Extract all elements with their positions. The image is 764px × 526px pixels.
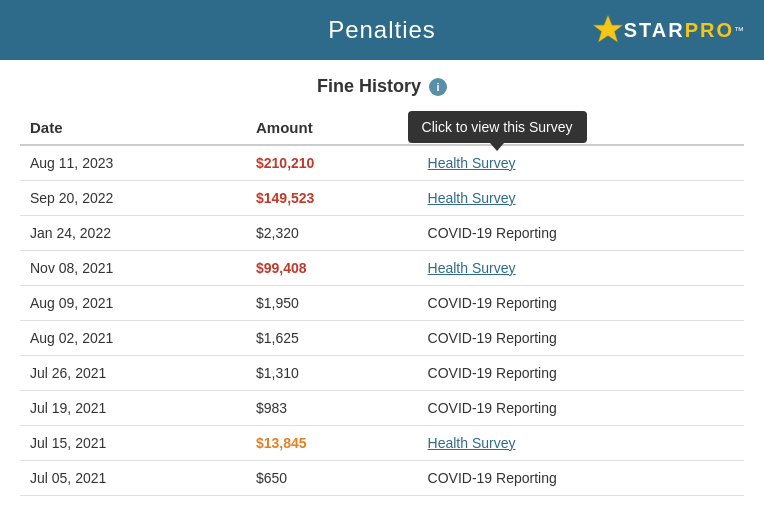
star-icon	[592, 14, 624, 46]
section-header: Fine History i	[20, 76, 744, 97]
table-row: Jul 19, 2021$983COVID-19 Reporting	[20, 391, 744, 426]
table-row: Jul 15, 2021$13,845Health Survey	[20, 426, 744, 461]
cell-date: Jul 05, 2021	[20, 461, 246, 496]
col-amount: Amount	[246, 111, 418, 145]
survey-link[interactable]: Health Survey	[428, 190, 516, 206]
cell-survey: COVID-19 Reporting	[418, 356, 744, 391]
cell-survey[interactable]: Health Survey	[418, 251, 744, 286]
table-row: Sep 20, 2022$149,523Health Survey	[20, 181, 744, 216]
logo-star-text: STAR	[624, 19, 685, 42]
cell-survey: COVID-19 Reporting	[418, 461, 744, 496]
cell-date: Aug 02, 2021	[20, 321, 246, 356]
cell-date: Sep 20, 2022	[20, 181, 246, 216]
fine-history-table: Date Amount Aug 11, 2023$210,210Click to…	[20, 111, 744, 496]
svg-marker-0	[593, 16, 622, 42]
cell-survey[interactable]: Click to view this SurveyHealth Survey	[418, 145, 744, 181]
table-row: Aug 02, 2021$1,625COVID-19 Reporting	[20, 321, 744, 356]
cell-date: Jan 24, 2022	[20, 216, 246, 251]
survey-link[interactable]: Health Survey	[428, 260, 516, 276]
logo: STARPRO™	[592, 14, 744, 46]
cell-survey[interactable]: Health Survey	[418, 181, 744, 216]
cell-amount: $210,210	[246, 145, 418, 181]
survey-link[interactable]: Health Survey	[428, 155, 516, 171]
cell-amount: $983	[246, 391, 418, 426]
logo-tm: ™	[734, 25, 744, 36]
cell-date: Nov 08, 2021	[20, 251, 246, 286]
cell-date: Jul 26, 2021	[20, 356, 246, 391]
info-icon[interactable]: i	[429, 78, 447, 96]
cell-amount: $149,523	[246, 181, 418, 216]
cell-amount: $13,845	[246, 426, 418, 461]
cell-amount: $1,310	[246, 356, 418, 391]
cell-survey: COVID-19 Reporting	[418, 321, 744, 356]
cell-date: Aug 09, 2021	[20, 286, 246, 321]
tooltip-wrapper: Click to view this SurveyHealth Survey	[428, 155, 516, 171]
cell-amount: $1,625	[246, 321, 418, 356]
cell-amount: $1,950	[246, 286, 418, 321]
cell-survey[interactable]: Health Survey	[418, 426, 744, 461]
cell-date: Jul 19, 2021	[20, 391, 246, 426]
col-survey	[418, 111, 744, 145]
cell-amount: $99,408	[246, 251, 418, 286]
cell-date: Jul 15, 2021	[20, 426, 246, 461]
table-row: Jul 05, 2021$650COVID-19 Reporting	[20, 461, 744, 496]
table-row: Nov 08, 2021$99,408Health Survey	[20, 251, 744, 286]
cell-amount: $650	[246, 461, 418, 496]
section-title-text: Fine History	[317, 76, 421, 97]
table-header-row: Date Amount	[20, 111, 744, 145]
table-row: Aug 09, 2021$1,950COVID-19 Reporting	[20, 286, 744, 321]
survey-link[interactable]: Health Survey	[428, 435, 516, 451]
cell-survey: COVID-19 Reporting	[418, 391, 744, 426]
table-row: Jul 26, 2021$1,310COVID-19 Reporting	[20, 356, 744, 391]
cell-date: Aug 11, 2023	[20, 145, 246, 181]
logo-pro-text: PRO	[685, 19, 734, 42]
cell-survey: COVID-19 Reporting	[418, 286, 744, 321]
cell-amount: $2,320	[246, 216, 418, 251]
page-title: Penalties	[328, 16, 436, 44]
cell-survey: COVID-19 Reporting	[418, 216, 744, 251]
table-row: Jan 24, 2022$2,320COVID-19 Reporting	[20, 216, 744, 251]
main-content: Fine History i Date Amount Aug 11, 2023$…	[0, 60, 764, 516]
table-row: Aug 11, 2023$210,210Click to view this S…	[20, 145, 744, 181]
page-header: Penalties STARPRO™	[0, 0, 764, 60]
col-date: Date	[20, 111, 246, 145]
